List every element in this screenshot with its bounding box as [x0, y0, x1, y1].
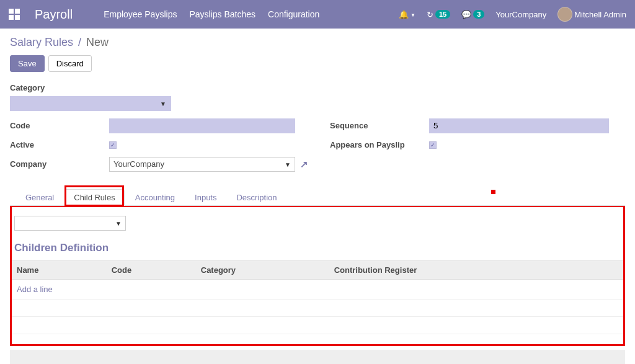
active-label: Active: [10, 136, 109, 153]
table-row: [12, 317, 623, 334]
appears-on-payslip-checkbox[interactable]: ✓: [429, 141, 437, 149]
app-brand[interactable]: Payroll: [35, 7, 73, 22]
section-title: Children Definition: [14, 242, 623, 254]
clock-icon: ↻: [427, 10, 433, 19]
nav-menu: Employee Payslips Payslips Batches Confi…: [104, 9, 319, 19]
category-group: Category ▼: [10, 79, 625, 111]
col-header-code[interactable]: Code: [107, 261, 196, 280]
chevron-down-icon: ▼: [411, 12, 415, 18]
tab-general[interactable]: General: [16, 189, 63, 206]
children-table: Name Code Category Contribution Register…: [12, 260, 623, 334]
add-line-button[interactable]: Add a line: [17, 285, 53, 294]
col-header-actions: [605, 261, 623, 280]
table-row: [12, 300, 623, 317]
user-menu[interactable]: Mitchell Admin: [557, 7, 626, 22]
tab-inputs[interactable]: Inputs: [185, 189, 226, 206]
company-switcher[interactable]: YourCompany: [495, 10, 546, 19]
notifications-dropdown[interactable]: 🔔▼: [399, 10, 415, 19]
chevron-down-icon: ▼: [115, 220, 122, 227]
active-checkbox[interactable]: ✓: [109, 141, 117, 149]
breadcrumb: Salary Rules / New: [10, 36, 625, 49]
control-panel: Salary Rules / New Save Discard: [0, 29, 635, 79]
tab-accounting[interactable]: Accounting: [126, 189, 184, 206]
form-row-active-appears: Active ✓ Appears on Payslip ✓: [10, 136, 625, 153]
form-content: Category ▼ Code Sequence Active ✓ Appear…: [0, 79, 635, 346]
col-header-contribution-register[interactable]: Contribution Register: [329, 261, 605, 280]
code-field[interactable]: [109, 118, 295, 133]
bell-icon: 🔔: [399, 10, 409, 19]
avatar: [557, 7, 572, 22]
tab-panel-highlight: ▼ Children Definition Name Code Category…: [10, 205, 625, 346]
tab-description[interactable]: Description: [227, 189, 286, 206]
appears-on-payslip-label: Appears on Payslip: [330, 136, 429, 153]
breadcrumb-parent[interactable]: Salary Rules: [10, 36, 73, 48]
discard-button[interactable]: Discard: [48, 55, 92, 72]
form-row-code-sequence: Code Sequence: [10, 117, 625, 134]
messages-button[interactable]: 💬3: [461, 10, 484, 19]
chevron-down-icon: ▼: [285, 161, 291, 167]
company-value: YourCompany: [113, 159, 164, 169]
nav-link-payslips-batches[interactable]: Payslips Batches: [189, 9, 255, 19]
top-navbar: Payroll Employee Payslips Payslips Batch…: [0, 0, 635, 29]
parent-rule-select[interactable]: ▼: [14, 216, 126, 231]
chevron-down-icon[interactable]: ▼: [160, 100, 166, 107]
activities-button[interactable]: ↻15: [427, 10, 450, 19]
code-label: Code: [10, 117, 109, 134]
nav-link-employee-payslips[interactable]: Employee Payslips: [104, 9, 177, 19]
chat-icon: 💬: [461, 10, 471, 19]
save-button[interactable]: Save: [10, 55, 45, 72]
action-buttons: Save Discard: [10, 55, 625, 72]
category-label: Category: [10, 79, 109, 96]
col-header-category[interactable]: Category: [196, 261, 329, 280]
form-row-company: Company YourCompany ▼ ↗: [10, 156, 625, 172]
col-header-name[interactable]: Name: [12, 261, 107, 280]
apps-icon[interactable]: [9, 9, 20, 20]
category-field[interactable]: [10, 96, 171, 111]
message-count-badge: 3: [473, 10, 484, 19]
tab-child-rules[interactable]: Child Rules: [64, 189, 124, 206]
nav-link-configuration[interactable]: Configuration: [268, 9, 319, 19]
sequence-field[interactable]: [429, 118, 609, 133]
tabs: General Child Rules Accounting Inputs De…: [10, 189, 625, 206]
activity-count-badge: 15: [435, 10, 450, 19]
form-scroll-area: Category ▼ Code Sequence Active ✓ Appear…: [0, 79, 635, 364]
sequence-label: Sequence: [330, 117, 429, 134]
company-field[interactable]: YourCompany ▼: [109, 157, 295, 172]
nav-right: 🔔▼ ↻15 💬3 YourCompany Mitchell Admin: [399, 7, 626, 22]
external-link-icon[interactable]: ↗: [300, 159, 308, 170]
breadcrumb-current: New: [86, 36, 109, 48]
sheet-footer: [10, 350, 625, 364]
company-label: Company: [10, 156, 109, 172]
breadcrumb-separator: /: [78, 36, 81, 48]
user-name: Mitchell Admin: [574, 10, 626, 19]
